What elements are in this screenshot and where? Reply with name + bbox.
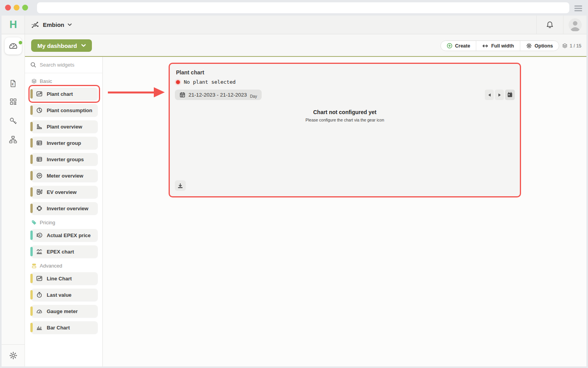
layers-icon (31, 78, 37, 84)
widget-item-label: Inverter overview (47, 206, 88, 211)
accent-bar (30, 187, 33, 197)
accent-bar (30, 323, 33, 332)
left-nav-rail: € (2, 34, 25, 366)
organization-name: Embion (43, 21, 64, 28)
settings-gear-icon[interactable] (9, 351, 18, 360)
bar-chart-icon (36, 324, 42, 331)
plus-circle-icon (447, 43, 452, 49)
widget-item-label: EPEX chart (47, 249, 74, 255)
maximize-window-button[interactable] (22, 5, 28, 11)
next-period-button[interactable] (495, 90, 504, 100)
date-range-button[interactable]: 21-12-2023 - 21-12-2023 Day (175, 90, 262, 100)
line-chart-icon (36, 275, 42, 282)
empty-state: Chart not configured yet Please configur… (170, 109, 520, 122)
widget-item-label: Plant chart (47, 91, 73, 97)
app-logo: H (2, 16, 25, 34)
widget-item-plant-consumption[interactable]: Plant consumption (31, 104, 98, 116)
key-icon (9, 116, 18, 125)
widget-item-inverter-groups[interactable]: Inverter groups (31, 153, 98, 166)
section-header-pricing: Pricing (31, 220, 102, 225)
widget-item-label: Plant overview (47, 124, 82, 130)
dashboard-toolbar: My dashboard Create Full (25, 34, 586, 57)
user-menu-button[interactable] (563, 16, 586, 34)
section-label: Pricing (40, 220, 55, 225)
logo-letter: H (9, 19, 17, 31)
browser-menu-icon[interactable] (574, 5, 582, 11)
calendar-icon (180, 92, 185, 98)
widget-search (25, 57, 102, 73)
chevron-left-icon (488, 93, 491, 97)
download-button[interactable] (175, 180, 186, 191)
accent-bar (30, 89, 33, 99)
accent-bar (30, 306, 33, 316)
dashboard-selector-label: My dashboard (37, 42, 77, 49)
previous-period-button[interactable] (485, 90, 494, 100)
widget-item-gauge-meter[interactable]: Gauge meter (31, 305, 98, 317)
sitemap-icon (9, 135, 18, 144)
search-input[interactable] (40, 62, 96, 68)
widget-item-actual-epex-price[interactable]: € Actual EPEX price (31, 229, 98, 241)
widget-status: No plant selected (176, 79, 236, 85)
widget-item-line-chart[interactable]: Line Chart (31, 272, 98, 285)
euro-coin-icon: € (36, 232, 42, 238)
full-width-button[interactable]: Full width (476, 41, 519, 51)
widget-title: Plant chart (176, 69, 204, 76)
pie-chart-icon (36, 107, 42, 113)
date-range-value: 21-12-2023 - 21-12-2023 (188, 92, 247, 98)
widget-item-bar-chart[interactable]: Bar Chart (31, 321, 98, 334)
svg-text:€: € (39, 234, 41, 237)
svg-text:€: € (12, 82, 14, 86)
widget-item-label: Line Chart (47, 276, 72, 282)
minimize-window-button[interactable] (14, 5, 19, 11)
download-icon (177, 183, 183, 189)
accent-bar (30, 122, 33, 131)
close-window-button[interactable] (5, 5, 11, 11)
nav-item-access-key[interactable] (2, 111, 25, 130)
create-button[interactable]: Create (441, 41, 476, 51)
bell-icon (546, 21, 554, 29)
widget-item-epex-chart[interactable]: EPEX chart (31, 245, 98, 258)
accent-bar (30, 290, 33, 299)
browser-chrome (0, 0, 588, 16)
nav-item-dashboard[interactable] (5, 37, 22, 55)
widget-item-label: Gauge meter (47, 308, 77, 314)
factory-icon (36, 123, 42, 130)
toolbar-button-group: Create Full width Options (440, 40, 559, 51)
widget-item-inverter-overview[interactable]: Inverter overview (31, 202, 98, 215)
section-label: Basic (40, 78, 52, 84)
ev-charger-icon (36, 189, 42, 195)
annotation-arrow (108, 87, 165, 97)
widget-item-inverter-group[interactable]: Inverter group (31, 137, 98, 149)
accent-bar (30, 274, 33, 283)
dashboard-selector-button[interactable]: My dashboard (31, 39, 92, 52)
widget-panel: Basic Plant chart Plant consumption Plan… (25, 57, 103, 366)
nav-item-hierarchy[interactable] (2, 130, 25, 149)
jump-to-date-button[interactable] (505, 90, 515, 100)
widget-item-plant-overview[interactable]: Plant overview (31, 120, 98, 133)
hub-icon (31, 21, 39, 29)
widget-item-ev-overview[interactable]: EV overview (31, 186, 98, 198)
options-label: Options (535, 43, 553, 49)
widget-item-plant-chart[interactable]: Plant chart (31, 88, 98, 100)
status-dot (176, 80, 180, 84)
table-icon (36, 140, 42, 146)
address-bar[interactable] (37, 2, 569, 13)
accent-bar (30, 106, 33, 115)
nav-item-widgets[interactable] (2, 92, 25, 111)
widget-counter-value: 1 / 15 (570, 43, 581, 49)
inverter-chip-icon (36, 205, 42, 211)
widget-item-meter-overview[interactable]: Meter overview (31, 169, 98, 182)
app-window: H Embion (2, 16, 586, 366)
widget-item-label: EV overview (47, 189, 77, 195)
chevron-right-icon (498, 93, 501, 97)
widget-item-last-value[interactable]: Last value (31, 289, 98, 301)
accent-bar (30, 204, 33, 213)
organization-selector[interactable]: Embion (31, 16, 72, 34)
date-mode-label: Day (250, 94, 257, 99)
nav-item-billing[interactable]: € (2, 74, 25, 93)
accent-bar (30, 247, 33, 256)
notifications-button[interactable] (536, 16, 563, 34)
widget-item-label: Inverter groups (47, 157, 84, 162)
options-button[interactable]: Options (520, 41, 559, 51)
search-icon (30, 62, 36, 68)
